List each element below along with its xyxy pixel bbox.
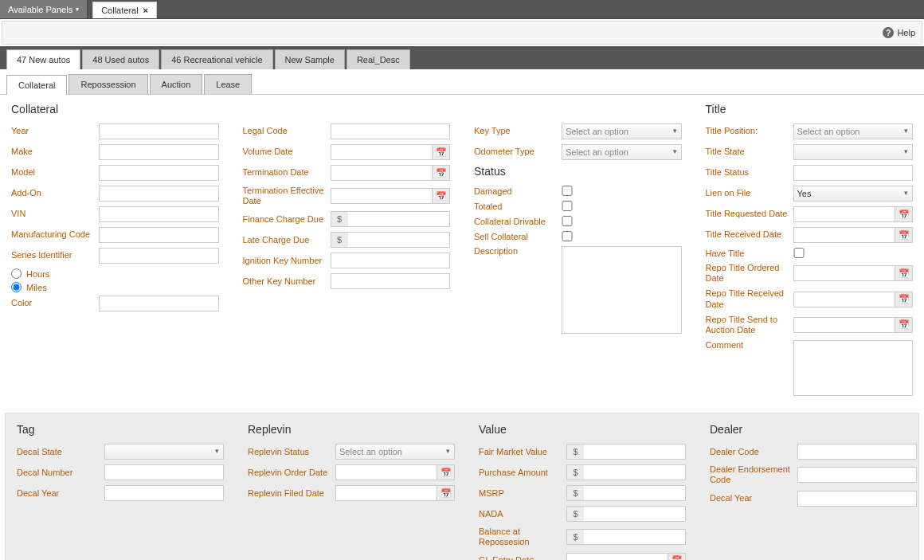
replevin-filed-input[interactable] — [335, 485, 437, 501]
ignition-key-input[interactable] — [331, 253, 451, 268]
calendar-icon[interactable]: 📅 — [668, 553, 686, 561]
calendar-icon[interactable]: 📅 — [895, 265, 913, 281]
purchase-label: Purchase Amount — [479, 468, 566, 478]
calendar-icon[interactable]: 📅 — [433, 144, 450, 160]
calendar-icon[interactable]: 📅 — [433, 188, 450, 204]
legal-code-input[interactable] — [331, 123, 451, 139]
title-received-label: Title Received Date — [706, 229, 793, 240]
title-received-input[interactable] — [793, 227, 896, 243]
section-tabs: Collateral Repossession Auction Lease — [0, 69, 924, 95]
have-title-label: Have Title — [706, 249, 793, 258]
calendar-icon[interactable]: 📅 — [437, 464, 455, 480]
tab-48-used-autos[interactable]: 48 Used autos — [82, 49, 159, 69]
other-key-label: Other Key Number — [243, 276, 331, 287]
replevin-status-select[interactable]: Select an option — [335, 444, 455, 460]
vin-input[interactable] — [99, 206, 219, 222]
bottom-panel: Tag Decal State Decal Number Decal Year … — [5, 413, 919, 560]
term-eff-date-input[interactable] — [331, 188, 433, 204]
make-label: Make — [11, 147, 99, 157]
tab-47-new-autos[interactable]: 47 New autos — [6, 49, 80, 69]
term-eff-date-label: Termination Effective Date — [243, 186, 331, 206]
comment-textarea[interactable] — [793, 340, 914, 396]
model-input[interactable] — [99, 165, 219, 181]
damaged-checkbox[interactable] — [562, 186, 573, 196]
title-state-select[interactable] — [793, 144, 914, 160]
calendar-icon[interactable]: 📅 — [433, 165, 450, 181]
description-label: Description — [474, 246, 562, 257]
collateral-heading: Collateral — [11, 103, 219, 116]
close-icon[interactable]: × — [143, 6, 148, 15]
dealer-decal-year-input[interactable] — [797, 491, 917, 507]
addon-input[interactable] — [99, 186, 219, 202]
color-input[interactable] — [99, 296, 219, 311]
help-label: Help — [897, 28, 915, 37]
repo-ordered-label: Repo Title Ordered Date — [706, 263, 793, 284]
make-input[interactable] — [99, 144, 219, 160]
balance-input[interactable] — [584, 529, 686, 545]
title-requested-input[interactable] — [793, 206, 896, 222]
repo-ordered-input[interactable] — [793, 265, 896, 281]
dealer-endorsement-input[interactable] — [797, 467, 917, 483]
calendar-icon[interactable]: 📅 — [895, 227, 913, 243]
model-label: Model — [11, 167, 99, 178]
tab-46-recreational[interactable]: 46 Recreational vehicle — [161, 49, 272, 69]
repo-auction-input[interactable] — [793, 317, 896, 333]
key-type-select[interactable]: Select an option — [562, 123, 682, 139]
caret-down-icon: ▾ — [76, 6, 79, 13]
title-position-select[interactable]: Select an option — [793, 123, 914, 139]
dates-column: Legal Code Volume Date📅 Termination Date… — [243, 103, 451, 403]
tab-lease[interactable]: Lease — [204, 74, 252, 94]
title-column: Title Title Position:Select an option Ti… — [706, 103, 914, 403]
decal-state-select[interactable] — [104, 444, 224, 460]
decal-number-input[interactable] — [104, 464, 224, 480]
series-input[interactable] — [99, 248, 219, 264]
hours-radio[interactable] — [11, 268, 22, 279]
miles-radio[interactable] — [11, 282, 22, 292]
other-key-input[interactable] — [331, 273, 451, 289]
repo-received-label: Repo Title Received Date — [706, 288, 793, 309]
tab-new-sample[interactable]: New Sample — [275, 49, 345, 69]
dealer-code-input[interactable] — [797, 444, 917, 460]
dollar-icon: $ — [566, 529, 584, 545]
tab-repossession[interactable]: Repossession — [69, 74, 147, 94]
term-date-input[interactable] — [331, 165, 433, 181]
open-tab-collateral[interactable]: Collateral × — [92, 2, 157, 18]
sell-checkbox[interactable] — [562, 231, 573, 241]
calendar-icon[interactable]: 📅 — [895, 317, 913, 333]
purchase-input[interactable] — [584, 464, 686, 480]
odo-type-select[interactable]: Select an option — [562, 144, 682, 160]
dollar-icon: $ — [566, 485, 584, 501]
legal-code-label: Legal Code — [243, 126, 331, 136]
mfg-code-input[interactable] — [99, 227, 219, 243]
have-title-checkbox[interactable] — [793, 248, 805, 258]
description-textarea[interactable] — [562, 246, 682, 334]
finance-due-input[interactable] — [348, 211, 451, 227]
title-status-input[interactable] — [793, 165, 914, 181]
drivable-checkbox[interactable] — [562, 216, 573, 226]
tab-auction[interactable]: Auction — [150, 74, 203, 94]
title-position-label: Title Position: — [706, 126, 793, 136]
replevin-order-input[interactable] — [335, 464, 437, 480]
dollar-icon: $ — [566, 464, 584, 480]
collateral-column: Collateral Year Make Model Add-On VIN Ma… — [11, 103, 219, 403]
late-due-input[interactable] — [348, 232, 451, 248]
year-input[interactable] — [99, 123, 219, 139]
decal-year-input[interactable] — [104, 485, 224, 501]
totaled-checkbox[interactable] — [562, 201, 573, 211]
gl-entry-input[interactable] — [566, 553, 668, 561]
fmv-input[interactable] — [584, 444, 686, 460]
decal-state-label: Decal State — [17, 447, 104, 457]
lien-select[interactable]: Yes — [793, 186, 914, 202]
help-button[interactable]: ? Help — [883, 27, 915, 38]
repo-received-input[interactable] — [793, 292, 896, 307]
calendar-icon[interactable]: 📅 — [895, 206, 913, 222]
calendar-icon[interactable]: 📅 — [895, 292, 913, 307]
nada-input[interactable] — [584, 506, 686, 522]
tab-collateral[interactable]: Collateral — [6, 75, 67, 95]
title-heading: Title — [706, 103, 914, 116]
available-panels-dropdown[interactable]: Available Panels ▾ — [0, 0, 88, 18]
volume-date-input[interactable] — [331, 144, 433, 160]
calendar-icon[interactable]: 📅 — [437, 485, 455, 501]
tab-real-desc[interactable]: Real_Desc — [346, 49, 410, 69]
msrp-input[interactable] — [584, 485, 686, 501]
